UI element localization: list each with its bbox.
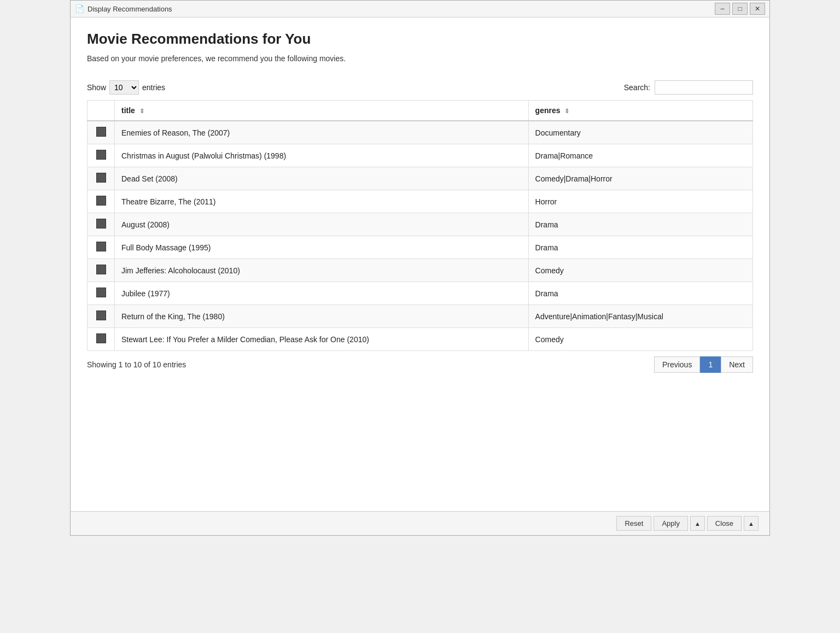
table-footer: Showing 1 to 10 of 10 entries Previous 1…: [87, 356, 753, 373]
search-label: Search:: [624, 83, 650, 92]
title-bar-controls: – □ ✕: [715, 3, 765, 15]
apply-button[interactable]: Apply: [654, 516, 688, 531]
search-area: Search:: [624, 80, 753, 95]
row-checkbox[interactable]: [96, 219, 106, 228]
page-subtitle: Based on your movie preferences, we reco…: [87, 54, 753, 63]
genres-sort-icon[interactable]: ⇕: [564, 108, 569, 114]
show-label: Show: [87, 83, 106, 92]
table-row: August (2008)Drama: [88, 213, 753, 236]
row-genres: Drama: [528, 236, 752, 259]
window-icon: 📄: [75, 4, 84, 13]
close-button-bottom[interactable]: Close: [707, 516, 742, 531]
row-checkbox-cell: [88, 328, 115, 351]
table-row: Jubilee (1977)Drama: [88, 282, 753, 305]
row-checkbox[interactable]: [96, 173, 106, 183]
previous-button[interactable]: Previous: [654, 356, 700, 373]
entries-label: entries: [142, 83, 165, 92]
row-genres: Documentary: [528, 121, 752, 144]
content-area: Movie Recommendations for You Based on y…: [71, 17, 769, 511]
row-checkbox[interactable]: [96, 196, 106, 206]
minimize-button[interactable]: –: [715, 3, 730, 15]
row-checkbox[interactable]: [96, 333, 106, 343]
maximize-button[interactable]: □: [732, 3, 748, 15]
page-title: Movie Recommendations for You: [87, 31, 753, 48]
row-genres: Drama: [528, 282, 752, 305]
row-genres: Drama|Romance: [528, 144, 752, 167]
row-checkbox[interactable]: [96, 150, 106, 160]
row-checkbox-cell: [88, 190, 115, 213]
row-checkbox[interactable]: [96, 127, 106, 137]
row-genres: Comedy: [528, 328, 752, 351]
row-checkbox-cell: [88, 236, 115, 259]
row-title: Enemies of Reason, The (2007): [115, 121, 529, 144]
row-genres: Horror: [528, 190, 752, 213]
table-row: Enemies of Reason, The (2007)Documentary: [88, 121, 753, 144]
showing-text: Showing 1 to 10 of 10 entries: [87, 360, 186, 369]
entries-select[interactable]: 10 25 50 100: [109, 80, 139, 95]
row-genres: Drama: [528, 213, 752, 236]
table-row: Jim Jefferies: Alcoholocaust (2010)Comed…: [88, 259, 753, 282]
header-title[interactable]: title ⇕: [115, 101, 529, 121]
table-row: Theatre Bizarre, The (2011)Horror: [88, 190, 753, 213]
row-title: Jim Jefferies: Alcoholocaust (2010): [115, 259, 529, 282]
movies-table: title ⇕ genres ⇕ Enemies of Reason, The …: [87, 100, 753, 351]
main-window: 📄 Display Recommendations – □ ✕ Movie Re…: [70, 0, 770, 536]
row-checkbox[interactable]: [96, 288, 106, 297]
row-genres: Comedy: [528, 259, 752, 282]
row-title: Christmas in August (Palwolui Christmas)…: [115, 144, 529, 167]
apply-arrow-button[interactable]: ▲: [690, 516, 705, 531]
show-entries: Show 10 25 50 100 entries: [87, 80, 165, 95]
row-checkbox[interactable]: [96, 265, 106, 274]
row-checkbox[interactable]: [96, 242, 106, 251]
header-genres[interactable]: genres ⇕: [528, 101, 752, 121]
row-title: Theatre Bizarre, The (2011): [115, 190, 529, 213]
close-button[interactable]: ✕: [750, 3, 765, 15]
page-1-button[interactable]: 1: [700, 356, 721, 373]
window-title: Display Recommendations: [88, 5, 715, 13]
next-button[interactable]: Next: [721, 356, 753, 373]
row-title: Full Body Massage (1995): [115, 236, 529, 259]
close-arrow-button[interactable]: ▲: [744, 516, 759, 531]
row-genres: Comedy|Drama|Horror: [528, 167, 752, 190]
row-checkbox-cell: [88, 121, 115, 144]
table-header-row: title ⇕ genres ⇕: [88, 101, 753, 121]
row-checkbox-cell: [88, 144, 115, 167]
reset-button[interactable]: Reset: [616, 516, 651, 531]
table-row: Full Body Massage (1995)Drama: [88, 236, 753, 259]
title-bar: 📄 Display Recommendations – □ ✕: [71, 1, 769, 17]
row-checkbox-cell: [88, 213, 115, 236]
row-checkbox-cell: [88, 282, 115, 305]
row-checkbox-cell: [88, 167, 115, 190]
row-genres: Adventure|Animation|Fantasy|Musical: [528, 305, 752, 328]
table-row: Dead Set (2008)Comedy|Drama|Horror: [88, 167, 753, 190]
row-title: August (2008): [115, 213, 529, 236]
row-checkbox-cell: [88, 305, 115, 328]
pagination: Previous 1 Next: [654, 356, 753, 373]
title-sort-icon[interactable]: ⇕: [139, 108, 144, 114]
table-row: Stewart Lee: If You Prefer a Milder Come…: [88, 328, 753, 351]
table-row: Christmas in August (Palwolui Christmas)…: [88, 144, 753, 167]
search-input[interactable]: [655, 80, 753, 95]
row-title: Dead Set (2008): [115, 167, 529, 190]
bottom-bar: Reset Apply ▲ Close ▲: [71, 511, 769, 535]
row-checkbox-cell: [88, 259, 115, 282]
table-controls: Show 10 25 50 100 entries Search:: [87, 80, 753, 95]
row-title: Return of the King, The (1980): [115, 305, 529, 328]
header-checkbox: [88, 101, 115, 121]
row-checkbox[interactable]: [96, 310, 106, 320]
table-row: Return of the King, The (1980)Adventure|…: [88, 305, 753, 328]
table-body: Enemies of Reason, The (2007)Documentary…: [88, 121, 753, 351]
row-title: Jubilee (1977): [115, 282, 529, 305]
row-title: Stewart Lee: If You Prefer a Milder Come…: [115, 328, 529, 351]
